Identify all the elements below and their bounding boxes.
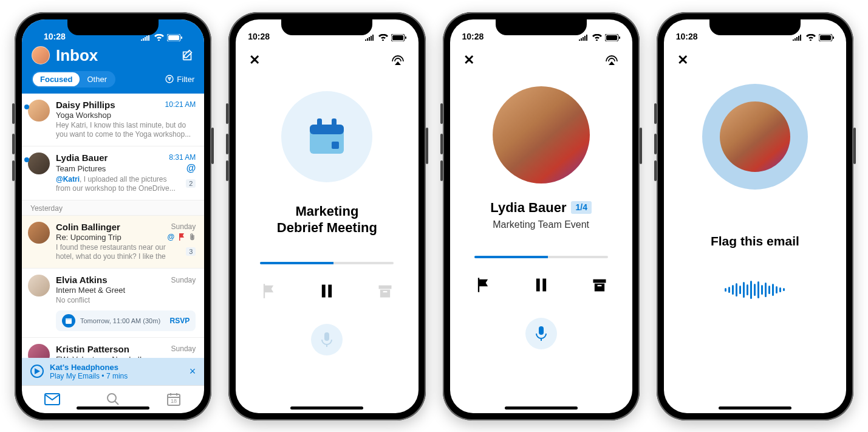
- filter-label: Filter: [177, 75, 194, 84]
- message-time: 8:31 AM: [169, 153, 196, 162]
- progress-bar[interactable]: [260, 262, 394, 264]
- svg-rect-25: [606, 35, 617, 40]
- nav-calendar-icon[interactable]: 18: [165, 391, 182, 408]
- status-time: 10:28: [44, 32, 66, 41]
- status-icons: [365, 34, 406, 41]
- message-subject: Intern Meet & Greet: [56, 286, 196, 295]
- rsvp-card[interactable]: Tomorrow, 11:00 AM (30m) RSVP: [56, 310, 196, 331]
- close-icon[interactable]: ✕: [249, 52, 260, 68]
- svg-rect-17: [332, 142, 339, 149]
- notch: [709, 19, 801, 35]
- microphone-button[interactable]: [311, 324, 343, 355]
- waveform-icon: [725, 281, 785, 299]
- svg-rect-16: [332, 118, 337, 128]
- archive-button[interactable]: [591, 276, 608, 293]
- svg-rect-32: [539, 326, 544, 335]
- home-indicator[interactable]: [505, 406, 578, 410]
- svg-rect-1: [168, 35, 179, 40]
- svg-rect-22: [383, 291, 388, 292]
- message-row[interactable]: Kristin PattersonSunday FW: Volunteers N…: [22, 338, 204, 358]
- event-title: MarketingDebrief Meeting: [277, 203, 377, 236]
- status-time: 10:28: [676, 32, 698, 41]
- nav-mail-icon[interactable]: [44, 391, 61, 408]
- compose-icon[interactable]: [181, 49, 194, 62]
- calendar-icon: [62, 314, 75, 327]
- svg-rect-35: [833, 36, 834, 39]
- play-emails-banner[interactable]: Kat's Headphones Play My Emails • 7 mins…: [22, 358, 204, 385]
- sender-name: Lydia Bauer: [490, 199, 566, 216]
- message-list[interactable]: Daisy Phillips10:21 AM Yoga Workshop Hey…: [22, 94, 204, 358]
- tab-other[interactable]: Other: [80, 72, 114, 86]
- message-time: Sunday: [171, 222, 196, 231]
- sender-photo-ring: [702, 84, 808, 190]
- sender-name: Kristin Patterson: [56, 344, 168, 354]
- svg-rect-26: [619, 36, 620, 39]
- close-icon[interactable]: ✕: [677, 52, 688, 68]
- message-time: 10:21 AM: [165, 100, 196, 109]
- sender-avatar: [28, 222, 50, 244]
- voice-command-text: Flag this email: [711, 233, 799, 249]
- event-avatar: [281, 91, 372, 182]
- sender-avatar: [28, 100, 50, 122]
- message-row[interactable]: Lydia Bauer8:31 AM Team Pictures@ @Katri…: [22, 146, 204, 201]
- message-row[interactable]: Daisy Phillips10:21 AM Yoga Workshop Hey…: [22, 94, 204, 146]
- flag-icon: [178, 233, 185, 241]
- flag-button[interactable]: [260, 283, 277, 300]
- svg-rect-31: [597, 285, 601, 286]
- sender-name: Colin Ballinger: [56, 222, 168, 232]
- svg-rect-5: [66, 318, 72, 320]
- archive-button[interactable]: [377, 283, 394, 300]
- svg-point-7: [108, 394, 116, 402]
- svg-rect-2: [181, 36, 182, 39]
- email-subject: Marketing Team Event: [493, 219, 589, 230]
- sender-name: Lydia Bauer: [56, 153, 165, 163]
- filter-button[interactable]: Filter: [165, 75, 194, 84]
- status-icons: [579, 34, 620, 41]
- message-row[interactable]: Colin BallingerSunday Re: Upcoming Trip …: [22, 216, 204, 269]
- notch: [67, 19, 159, 35]
- tab-group: Focused Other: [32, 71, 115, 87]
- message-counter-badge: 1/4: [571, 201, 591, 214]
- rsvp-button[interactable]: RSVP: [170, 317, 190, 325]
- home-indicator[interactable]: [290, 406, 363, 410]
- message-subject: FW: Volunteers Needed!: [56, 355, 196, 358]
- message-time: Sunday: [171, 345, 196, 353]
- phone-inbox: 10:28 Inbox Focused Other F: [15, 12, 211, 420]
- close-icon[interactable]: ×: [190, 365, 196, 378]
- account-avatar[interactable]: [32, 46, 50, 64]
- mention-icon: @: [186, 163, 196, 174]
- thread-count-badge: 2: [186, 179, 196, 188]
- airplay-icon[interactable]: [391, 53, 405, 67]
- progress-bar[interactable]: [474, 256, 608, 258]
- mention-icon: @: [168, 233, 175, 241]
- home-indicator[interactable]: [77, 406, 149, 410]
- svg-rect-28: [542, 279, 546, 292]
- pause-button[interactable]: [533, 276, 550, 293]
- notch: [281, 19, 372, 35]
- pause-button[interactable]: [318, 283, 335, 300]
- flag-button[interactable]: [474, 276, 491, 293]
- svg-rect-29: [593, 279, 606, 283]
- close-icon[interactable]: ✕: [463, 52, 474, 68]
- svg-rect-11: [392, 35, 403, 40]
- thread-count-badge: 3: [186, 247, 196, 256]
- nav-search-icon[interactable]: [104, 391, 121, 408]
- sender-avatar: [28, 153, 50, 174]
- sender-name: Daisy Phillips: [56, 100, 162, 110]
- microphone-button[interactable]: [525, 318, 557, 349]
- svg-rect-30: [594, 284, 604, 292]
- message-preview: No conflict: [56, 296, 196, 306]
- rsvp-time: Tomorrow, 11:00 AM (30m): [80, 317, 165, 324]
- inbox-title: Inbox: [56, 46, 175, 65]
- airplay-icon[interactable]: [604, 53, 619, 67]
- phone-email-play: 10:28 ✕ Lydia Bauer 1/4 Marketing Team E…: [443, 12, 640, 420]
- unread-dot-icon: [24, 157, 29, 162]
- svg-rect-21: [380, 289, 390, 297]
- tab-focused[interactable]: Focused: [33, 72, 80, 86]
- message-preview: @Katri, I uploaded all the pictures from…: [56, 175, 182, 194]
- home-indicator[interactable]: [719, 406, 791, 410]
- message-row[interactable]: Elvia AtkinsSunday Intern Meet & Greet N…: [22, 269, 204, 338]
- message-subject: Yoga Workshop: [56, 111, 196, 120]
- status-time: 10:28: [462, 32, 484, 41]
- svg-rect-19: [329, 284, 332, 297]
